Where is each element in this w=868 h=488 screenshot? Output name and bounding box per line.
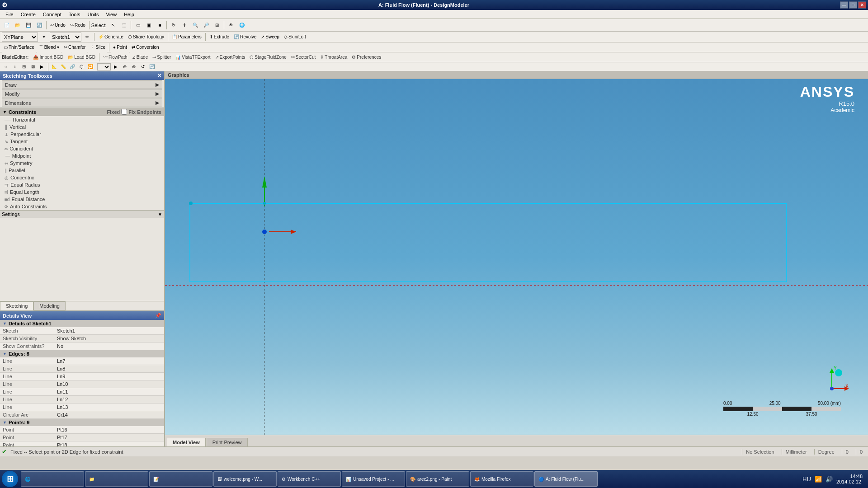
slice-btn[interactable]: ⋮Slice	[88, 42, 107, 52]
refresh-btn[interactable]: 🔄	[34, 20, 44, 30]
plane-select[interactable]: XYPlane	[2, 33, 38, 42]
menu-units[interactable]: Units	[84, 11, 102, 18]
revolve-btn[interactable]: 🔄Revolve	[232, 32, 258, 42]
taskbar-explorer-btn[interactable]: 📁	[85, 471, 148, 487]
dimensions-section-btn[interactable]: Dimensions ▶	[2, 99, 162, 107]
flow-path-btn[interactable]: 〰FlowPath	[101, 54, 129, 60]
load-bgd-btn[interactable]: 📂Load BGD	[66, 54, 97, 60]
splitter-btn[interactable]: ⊸Splitter	[151, 54, 173, 60]
tab-modeling[interactable]: Modeling	[33, 301, 66, 310]
menu-help[interactable]: Help	[120, 11, 138, 18]
panel-collapse-icon[interactable]: ✕	[157, 73, 161, 79]
plane-btn[interactable]: ✦	[39, 32, 49, 42]
constraint-auto[interactable]: ⟳ Auto Constraints	[0, 203, 164, 210]
taskbar-workbench-btn[interactable]: ⚙ Workbench C++	[278, 471, 341, 487]
draw-section-btn[interactable]: Draw ▶	[2, 80, 162, 89]
constraints-collapse-icon[interactable]: ▼	[3, 110, 7, 114]
chamfer-btn[interactable]: ✂Chamfer	[62, 42, 87, 52]
menu-concept[interactable]: Concept	[39, 11, 65, 18]
modify-section-btn[interactable]: Modify ▶	[2, 89, 162, 98]
mini-btn-4[interactable]: ⊠	[29, 63, 37, 70]
mini-btn-9[interactable]: ⬡	[77, 63, 85, 70]
zoom-out-btn[interactable]: 🔎	[201, 20, 211, 30]
extrude-btn[interactable]: ⬆Extrude	[208, 32, 231, 42]
close-button[interactable]: ✕	[858, 1, 866, 9]
mini-btn-15[interactable]: 🔄	[148, 63, 156, 70]
mini-btn-11[interactable]: ▶	[112, 63, 120, 70]
constraint-concentric[interactable]: ◎ Concentric	[0, 174, 164, 181]
mini-btn-14[interactable]: ↺	[139, 63, 147, 70]
mini-select[interactable]	[97, 63, 111, 70]
mini-btn-5[interactable]: ▶	[38, 63, 46, 70]
mini-btn-3[interactable]: ⊞	[20, 63, 28, 70]
taskbar-welcome-btn[interactable]: 🖼 welcome.png - W...	[213, 471, 277, 487]
start-button[interactable]: ⊞	[2, 471, 18, 487]
graphics-canvas[interactable]: ANSYS R15.0 Academic Y X	[165, 79, 868, 435]
pan-btn[interactable]: ✛	[179, 20, 189, 30]
constraint-equal-distance[interactable]: ≡d Equal Distance	[0, 196, 164, 203]
constraint-equal-radius[interactable]: ≡r Equal Radius	[0, 181, 164, 188]
constraint-horizontal[interactable]: ── Horizontal	[0, 116, 164, 123]
generate-btn[interactable]: ⚡Generate	[96, 32, 125, 42]
mini-btn-8[interactable]: 🔗	[68, 63, 76, 70]
fix-endpoints-checkbox[interactable]	[121, 109, 127, 115]
menu-view[interactable]: View	[103, 11, 121, 18]
share-topology-btn[interactable]: ⬡Share Topology	[126, 32, 166, 42]
throat-area-btn[interactable]: ⇩ThroatArea	[318, 54, 349, 60]
mini-btn-1[interactable]: ↔	[2, 63, 10, 70]
constraint-equal-length[interactable]: ≡l Equal Length	[0, 188, 164, 196]
constraint-symmetry[interactable]: ⇔ Symmetry	[0, 160, 164, 167]
blend-btn[interactable]: ⌒Blend ▾	[37, 42, 61, 52]
display-btn[interactable]: 🌐	[237, 20, 247, 30]
undo-btn[interactable]: ↩Undo	[48, 20, 67, 30]
solid-select-btn[interactable]: ■	[155, 20, 165, 30]
taskbar-paint-btn[interactable]: 🎨 arec2.png - Paint	[406, 471, 469, 487]
blade-btn[interactable]: ⊿Blade	[130, 54, 150, 60]
vista-btn[interactable]: 📊VistaTFExport	[174, 54, 212, 60]
taskbar-ansys-btn[interactable]: 🔵 A: Fluid Flow (Flu...	[534, 471, 598, 487]
mini-btn-12[interactable]: ⊕	[121, 63, 129, 70]
import-bgd-btn[interactable]: 📥Import BGD	[31, 54, 65, 60]
export-points-btn[interactable]: ↗ExportPoints	[213, 54, 247, 60]
mini-btn-2[interactable]: ↕	[11, 63, 19, 70]
minimize-button[interactable]: —	[840, 1, 848, 9]
taskbar-word-btn[interactable]: 📝	[149, 471, 212, 487]
constraint-tangent[interactable]: ∿ Tangent	[0, 138, 164, 145]
constraint-midpoint[interactable]: ·─· Midpoint	[0, 152, 164, 160]
face-select-btn[interactable]: ▣	[144, 20, 154, 30]
taskbar-firefox-btn[interactable]: 🦊 Mozilla Firefox	[470, 471, 533, 487]
sector-cut-btn[interactable]: ✂SectorCut	[289, 54, 317, 60]
stage-fluid-btn[interactable]: ⬡StageFluidZone	[248, 54, 288, 60]
point-btn[interactable]: ●Point	[111, 42, 129, 52]
skin-loft-btn[interactable]: ◇Skin/Loft	[282, 32, 308, 42]
select-mode-btn[interactable]: ↖	[108, 20, 118, 30]
new-btn[interactable]: 📄	[2, 20, 12, 30]
preferences-btn[interactable]: ⚙Preferences	[350, 54, 383, 60]
constraint-perpendicular[interactable]: ⊥ Perpendicular	[0, 131, 164, 138]
menu-tools[interactable]: Tools	[65, 11, 84, 18]
mini-btn-7[interactable]: 📏	[59, 63, 67, 70]
rotate-btn[interactable]: ↻	[169, 20, 179, 30]
constraint-coincident[interactable]: ∞ Coincident	[0, 145, 164, 152]
open-btn[interactable]: 📂	[13, 20, 23, 30]
save-btn[interactable]: 💾	[24, 20, 33, 30]
fit-btn[interactable]: ⊞	[212, 20, 222, 30]
taskbar-ie-btn[interactable]: 🌐	[21, 471, 84, 487]
sweep-btn[interactable]: ↗Sweep	[259, 32, 281, 42]
parameters-btn[interactable]: 📋Parameters	[170, 32, 203, 42]
details-pin-icon[interactable]: 📌	[155, 313, 161, 319]
maximize-button[interactable]: □	[849, 1, 857, 9]
conversion-btn[interactable]: ⇄Conversion	[130, 42, 161, 52]
menu-file[interactable]: File	[2, 11, 17, 18]
sketch-select[interactable]: Sketch1	[50, 33, 81, 42]
select2-btn[interactable]: ⬚	[119, 20, 129, 30]
menu-create[interactable]: Create	[17, 11, 39, 18]
zoom-in-btn[interactable]: 🔍	[190, 20, 200, 30]
tab-print-preview[interactable]: Print Preview	[207, 438, 248, 446]
sketch-btn[interactable]: ✏	[82, 32, 92, 42]
tab-sketching[interactable]: Sketching	[0, 301, 33, 310]
constraint-vertical[interactable]: ║ Vertical	[0, 123, 164, 131]
mini-btn-6[interactable]: 📐	[50, 63, 58, 70]
box-select-btn[interactable]: ▭	[133, 20, 143, 30]
mini-btn-10[interactable]: 🔁	[86, 63, 94, 70]
